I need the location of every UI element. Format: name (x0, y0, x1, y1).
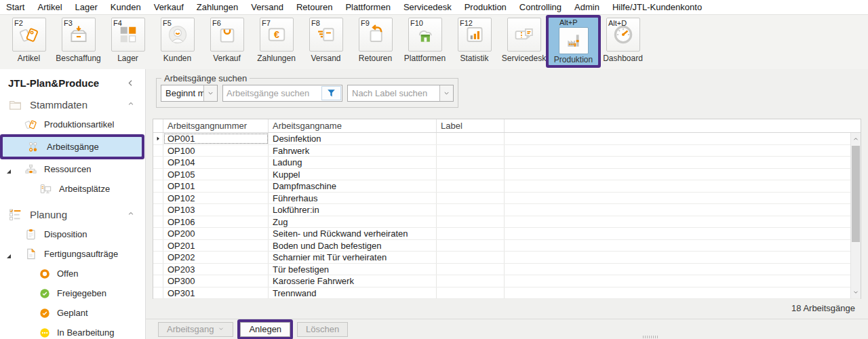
table-row[interactable]: OP103Lokführer:in (153, 204, 861, 216)
cell-label[interactable] (437, 216, 505, 228)
chevron-left-icon[interactable] (125, 78, 136, 88)
scroll-down-icon[interactable] (851, 287, 861, 298)
cell-arbeitsgangnummer[interactable]: OP201 (163, 240, 269, 252)
collapse-section-icon[interactable] (126, 209, 136, 220)
menu-item-hilfe-jtl-kundenkonto[interactable]: Hilfe/JTL-Kundenkonto (612, 2, 702, 12)
row-selector-cell[interactable] (153, 287, 163, 299)
cell-arbeitsgangnummer[interactable]: OP102 (163, 193, 269, 204)
arbeitsgang-button[interactable]: Arbeitsgang (158, 322, 233, 337)
row-selector-cell[interactable] (153, 264, 163, 275)
column-header-arbeitsgangname[interactable]: Arbeitsgangname (269, 119, 437, 132)
row-selector-cell[interactable] (153, 169, 163, 180)
row-selector-cell[interactable] (153, 228, 163, 239)
cell-label[interactable] (437, 193, 505, 204)
toolbar-button-zahlungen[interactable]: F7€Zahlungen (252, 18, 301, 65)
sidebar-item-ressourcen[interactable]: Ressourcen (0, 159, 145, 179)
cell-arbeitsgangnummer[interactable]: OP001 (163, 133, 269, 144)
toolbar-button-beschaffung[interactable]: F3Beschaffung (54, 18, 103, 65)
sidebar-item-freigegeben[interactable]: Freigegeben (0, 283, 145, 303)
cell-label[interactable] (437, 287, 505, 299)
menu-item-controlling[interactable]: Controlling (519, 2, 561, 12)
anlegen-button[interactable]: Anlegen (240, 322, 290, 337)
table-row[interactable]: OP106Zug (153, 216, 861, 228)
row-selector-cell[interactable] (153, 180, 163, 192)
row-selector-cell[interactable] (153, 145, 163, 157)
table-row[interactable]: OP202Scharnier mit Tür verheiraten (153, 252, 861, 264)
row-selector-cell[interactable] (153, 216, 163, 228)
menu-item-artikel[interactable]: Artikel (37, 2, 62, 12)
toolbar-button-lager[interactable]: F4Lager (103, 18, 153, 65)
vertical-scrollbar[interactable] (850, 133, 861, 298)
scroll-up-icon[interactable] (851, 134, 861, 144)
menu-item-verkauf[interactable]: Verkauf (154, 2, 184, 12)
chevron-down-icon[interactable] (203, 85, 217, 101)
table-row[interactable]: OP001Desinfektion (153, 133, 861, 145)
cell-arbeitsgangname[interactable]: Boden und Dach befestigen (269, 240, 437, 252)
cell-arbeitsgangname[interactable]: Kuppel (269, 169, 437, 180)
cell-arbeitsgangnummer[interactable]: OP105 (163, 169, 269, 180)
table-row[interactable]: OP300Karosserie Fahrwerk (153, 275, 861, 287)
chevron-down-icon[interactable] (439, 85, 453, 101)
toolbar-button-verkauf[interactable]: F6Verkauf (202, 18, 252, 65)
cell-label[interactable] (437, 275, 505, 287)
column-header-arbeitsgangnummer[interactable]: Arbeitsgangnummer (163, 119, 269, 132)
row-selector-cell[interactable] (153, 252, 163, 263)
row-selector-cell[interactable] (153, 204, 163, 216)
cell-arbeitsgangnummer[interactable]: OP101 (163, 180, 269, 192)
cell-label[interactable] (437, 240, 505, 252)
table-row[interactable]: OP104Ladung (153, 157, 861, 169)
toolbar-button-versand[interactable]: F8Versand (301, 18, 351, 65)
table-row[interactable]: OP301Trennwand (153, 287, 861, 300)
search-input[interactable] (224, 88, 321, 98)
search-mode-select[interactable]: Beginnt mit (161, 85, 218, 102)
menu-item-servicedesk[interactable]: Servicedesk (403, 2, 452, 12)
sidebar-item-disposition[interactable]: Disposition (0, 224, 145, 244)
cell-arbeitsgangname[interactable]: Scharnier mit Tür verheiraten (269, 252, 437, 263)
cell-label[interactable] (437, 133, 505, 144)
cell-arbeitsgangnummer[interactable]: OP104 (163, 157, 269, 168)
cell-arbeitsgangnummer[interactable]: OP106 (163, 216, 269, 228)
table-row[interactable]: OP101Dampfmaschine (153, 180, 861, 193)
row-selector-cell[interactable] (153, 240, 163, 252)
table-row[interactable]: OP200Seiten- und Rückwand verheiraten (153, 228, 861, 240)
filter-button[interactable] (321, 86, 341, 100)
cell-label[interactable] (437, 169, 505, 180)
menu-item-versand[interactable]: Versand (251, 2, 283, 12)
table-row[interactable]: OP100Fahrwerk (153, 145, 861, 157)
toolbar-button-retouren[interactable]: F9Retouren (351, 18, 400, 65)
cell-arbeitsgangnummer[interactable]: OP203 (163, 264, 269, 275)
sidebar-item-in-bearbeitung[interactable]: In Bearbeitung (0, 323, 145, 339)
cell-arbeitsgangname[interactable]: Ladung (269, 157, 437, 168)
row-selector-cell[interactable] (153, 133, 163, 144)
menu-item-admin[interactable]: Admin (574, 2, 599, 12)
table-row[interactable]: OP102Führerhaus (153, 193, 861, 205)
menu-item-lager[interactable]: Lager (75, 2, 98, 12)
row-selector-cell[interactable] (153, 193, 163, 204)
cell-label[interactable] (437, 264, 505, 275)
sidebar-item-arbeitsplaetze[interactable]: Arbeitsplätze (0, 179, 145, 199)
chevron-left-icon[interactable] (125, 78, 136, 88)
tree-expander-icon[interactable] (6, 166, 12, 176)
table-row[interactable]: OP201Boden und Dach befestigen (153, 240, 861, 252)
cell-label[interactable] (437, 157, 505, 168)
tree-expander-icon[interactable] (6, 251, 12, 261)
toolbar-button-servicedesk[interactable]: Servicedesk (499, 18, 549, 65)
cell-arbeitsgangname[interactable]: Tür befestigen (269, 264, 437, 275)
toolbar-button-artikel[interactable]: F2Artikel (4, 18, 54, 65)
scrollbar-thumb[interactable] (852, 146, 860, 242)
table-row[interactable]: OP105Kuppel (153, 169, 861, 181)
loeschen-button[interactable]: Löschen (297, 322, 348, 337)
table-row[interactable]: OP203Tür befestigen (153, 264, 861, 276)
cell-arbeitsgangname[interactable]: Trennwand (269, 287, 437, 299)
cell-label[interactable] (437, 180, 505, 192)
sidebar-item-produktionsartikel[interactable]: Produktionsartikel (0, 115, 145, 134)
toolbar-button-kunden[interactable]: F5Kunden (153, 18, 202, 65)
cell-label[interactable] (437, 204, 505, 216)
cell-arbeitsgangnummer[interactable]: OP202 (163, 252, 269, 263)
cell-arbeitsgangname[interactable]: Desinfektion (269, 133, 437, 144)
cell-arbeitsgangname[interactable]: Lokführer:in (269, 204, 437, 216)
cell-arbeitsgangname[interactable]: Seiten- und Rückwand verheiraten (269, 228, 437, 239)
sidebar-item-arbeitsgaenge[interactable]: Arbeitsgänge (3, 137, 142, 157)
sidebar-item-geplant[interactable]: Geplant (0, 303, 145, 323)
cell-label[interactable] (437, 252, 505, 263)
